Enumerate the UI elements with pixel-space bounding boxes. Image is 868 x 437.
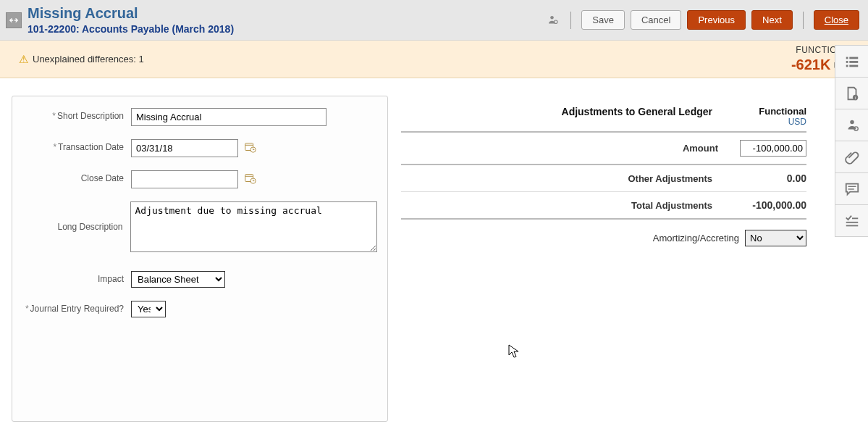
- svg-rect-17: [849, 64, 858, 67]
- label-other-adjustments: Other Adjustments: [401, 173, 734, 184]
- svg-rect-15: [849, 61, 858, 63]
- svg-text:i: i: [854, 96, 855, 100]
- row-total-adjustments: Total Adjustments -100,000.00: [401, 192, 806, 218]
- warning-text: Unexplained differences: 1: [33, 54, 144, 64]
- previous-button[interactable]: Previous: [687, 10, 746, 30]
- status-banner: ⚠ Unexplained differences: 1 FUNCTIONAL …: [0, 41, 868, 78]
- label-close-date: Close Date: [22, 170, 131, 183]
- impact-select[interactable]: Balance Sheet: [131, 271, 225, 288]
- value-total-adjustments: -100,000.00: [734, 199, 806, 211]
- svg-rect-14: [846, 61, 848, 63]
- right-rail: i: [835, 45, 868, 236]
- svg-point-20: [850, 120, 854, 124]
- rail-user-config-icon[interactable]: [835, 109, 868, 141]
- save-button[interactable]: Save: [581, 10, 625, 30]
- summary-panel: Adjustments to General Ledger Functional…: [401, 96, 806, 422]
- next-button[interactable]: Next: [751, 10, 793, 30]
- rail-checklist-icon[interactable]: [835, 204, 868, 237]
- label-long-description: Long Description: [22, 201, 130, 232]
- functional-value: -621K: [791, 56, 830, 73]
- transaction-date-picker-button[interactable]: [243, 139, 258, 155]
- row-amortizing: Amortizing/Accreting No: [401, 218, 806, 246]
- page-title: Missing Accrual: [28, 5, 234, 22]
- row-long-description: Long Description Adjustment due to missi…: [22, 201, 377, 252]
- close-button[interactable]: Close: [814, 10, 859, 30]
- summary-currency-code: USD: [734, 117, 806, 127]
- label-short-description: *Short Description: [22, 108, 131, 121]
- rail-document-info-icon[interactable]: i: [835, 77, 868, 109]
- summary-heading: Adjustments to General Ledger: [401, 106, 734, 127]
- warning-message: ⚠ Unexplained differences: 1: [19, 53, 144, 66]
- label-amortizing: Amortizing/Accreting: [653, 233, 739, 244]
- svg-rect-16: [846, 64, 848, 67]
- row-other-adjustments: Other Adjustments 0.00: [401, 165, 806, 192]
- rail-list-icon[interactable]: [835, 45, 868, 78]
- long-description-textarea[interactable]: Adjustment due to missing accrual: [130, 201, 377, 252]
- user-settings-icon[interactable]: [546, 13, 560, 28]
- close-date-picker-button[interactable]: [243, 170, 258, 186]
- amortizing-select[interactable]: No: [745, 230, 806, 246]
- row-short-description: *Short Description: [22, 108, 377, 126]
- close-date-input[interactable]: [131, 170, 238, 188]
- row-impact: Impact Balance Sheet: [22, 271, 377, 288]
- rail-comment-icon[interactable]: [835, 172, 868, 205]
- main-content: *Short Description *Transaction Date Clo…: [0, 78, 818, 433]
- summary-header: Adjustments to General Ledger Functional…: [401, 103, 806, 133]
- row-close-date: Close Date: [22, 170, 377, 188]
- label-total-adjustments: Total Adjustments: [401, 200, 734, 211]
- cancel-button[interactable]: Cancel: [631, 10, 681, 30]
- row-amount: Amount: [401, 133, 806, 165]
- label-journal-entry: *Journal Entry Required?: [22, 301, 131, 314]
- summary-currency-heading: Functional: [734, 106, 806, 117]
- short-description-input[interactable]: [131, 108, 326, 126]
- rail-attachment-icon[interactable]: [835, 141, 868, 173]
- separator: [570, 12, 571, 29]
- label-impact: Impact: [22, 271, 131, 284]
- header-actions: Save Cancel Previous Next Close: [546, 10, 859, 30]
- page-header: Missing Accrual 101-22200: Accounts Paya…: [0, 0, 868, 41]
- page-subtitle: 101-22200: Accounts Payable (March 2018): [28, 23, 234, 35]
- title-block: Missing Accrual 101-22200: Accounts Paya…: [28, 5, 234, 35]
- value-other-adjustments: 0.00: [734, 172, 806, 184]
- amount-input[interactable]: [740, 140, 806, 157]
- separator: [803, 12, 804, 29]
- row-transaction-date: *Transaction Date: [22, 139, 377, 157]
- svg-point-1: [555, 20, 558, 24]
- transaction-date-input[interactable]: [131, 139, 238, 157]
- details-panel: *Short Description *Transaction Date Clo…: [12, 96, 388, 422]
- svg-point-0: [551, 16, 555, 20]
- svg-rect-12: [846, 57, 848, 59]
- journal-entry-select[interactable]: Yes: [131, 301, 166, 317]
- label-amount: Amount: [401, 143, 740, 154]
- svg-rect-13: [849, 57, 858, 59]
- row-journal-entry: *Journal Entry Required? Yes: [22, 301, 377, 317]
- label-transaction-date: *Transaction Date: [22, 139, 131, 152]
- collapse-toggle[interactable]: [6, 12, 22, 28]
- warning-icon: ⚠: [19, 53, 28, 66]
